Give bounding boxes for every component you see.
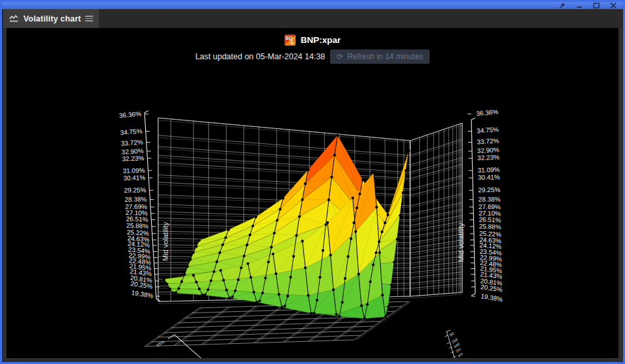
z-axis-tick-label: 29.25%	[478, 186, 500, 193]
z-axis-tick-label: 32.23%	[477, 154, 499, 162]
volatility-surface-chart[interactable]: 36.36%34.75%33.72%32.90%32.23%31.09%30.4…	[7, 28, 618, 358]
z-axis-tick-label: 30.41%	[478, 173, 500, 181]
z-axis-tick-label: 34.75%	[477, 126, 499, 135]
minimize-icon[interactable]	[576, 3, 583, 8]
maximize-icon[interactable]	[592, 3, 600, 8]
z-axis-tick-label: 34.75%	[120, 128, 143, 137]
window-titlebar[interactable]	[2, 2, 623, 9]
maturity-axis-tick-label: 9d	[449, 331, 454, 337]
strike-axis-tick-label: 65%	[156, 339, 165, 348]
tab-menu-icon[interactable]	[85, 14, 93, 23]
z-axis-tick-label: 28.38%	[479, 196, 501, 203]
z-axis-tick-label: 36.36%	[119, 110, 142, 119]
z-axis-tick-label: 32.23%	[122, 154, 144, 163]
z-axis-tick-label: 19.38%	[480, 292, 503, 303]
close-icon[interactable]	[609, 3, 617, 8]
instrument-header: EQ o BNP:xpar	[7, 35, 618, 46]
tab-volatility-chart[interactable]: Volatility chart	[3, 9, 99, 28]
z-axis-tick-label: 33.72%	[477, 137, 499, 145]
z-axis-tick-label: 33.72%	[120, 139, 143, 147]
tab-bar: Volatility chart	[2, 9, 623, 29]
equity-badge-subtext: o	[290, 40, 294, 46]
z-axis-tick-label: 30.41%	[123, 174, 145, 182]
line-chart-icon	[9, 13, 19, 25]
surface-svg[interactable]: 36.36%34.75%33.72%32.90%32.23%31.09%30.4…	[7, 28, 618, 358]
refresh-button-label: Refresh in 14 minutes	[347, 52, 423, 61]
refresh-button[interactable]: ⟳ Refresh in 14 minutes	[330, 49, 430, 64]
tab-label: Volatility chart	[23, 14, 81, 23]
z-axis-tick-label: 36.36%	[476, 108, 499, 117]
volatility-chart-window: Volatility chart 36.36%34.75%33.72%32.90…	[0, 0, 625, 364]
instrument-symbol: BNP:xpar	[301, 35, 341, 45]
pin-icon[interactable]	[559, 3, 566, 8]
z-axis-tick-label: 28.38%	[124, 196, 146, 203]
last-updated-text: Last updated on 05-Mar-2024 14:38	[195, 52, 325, 61]
chart-panel: 36.36%34.75%33.72%32.90%32.23%31.09%30.4…	[2, 28, 623, 364]
z-axis-title: Mid volatility	[457, 223, 465, 262]
update-status-row: Last updated on 05-Mar-2024 14:38 ⟳ Refr…	[7, 49, 618, 64]
z-axis-tick-label: 31.09%	[122, 167, 145, 175]
refresh-icon: ⟳	[337, 53, 343, 61]
z-axis-title: Mid volatility	[161, 222, 169, 261]
z-axis-tick-label: 19.38%	[131, 289, 154, 300]
z-axis-tick-label: 31.09%	[477, 166, 499, 174]
z-axis-tick-label: 29.25%	[124, 186, 146, 193]
equity-badge-icon: EQ o	[285, 35, 296, 46]
